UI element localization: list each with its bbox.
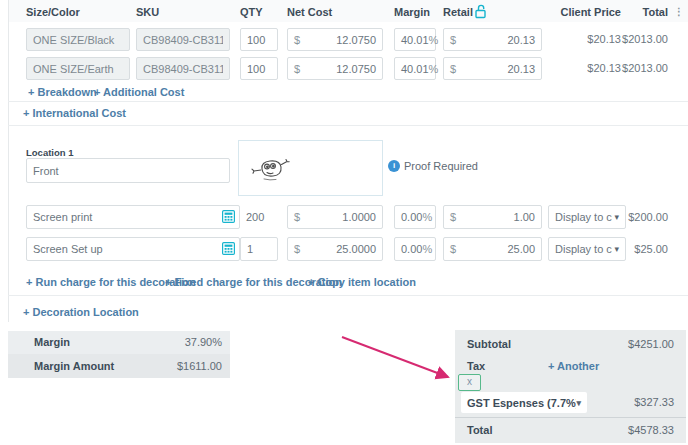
sku-input[interactable] [136,57,230,80]
add-another-tax-link[interactable]: + Another [548,360,599,372]
info-icon: i [388,160,400,172]
dollar-prefix: $ [450,63,456,75]
breakdown-link[interactable]: + Breakdown [28,86,97,98]
header-size-color: Size/Color [26,6,80,18]
sku-input[interactable] [136,28,230,51]
margin-input[interactable]: 40.01 % [394,57,436,80]
charge-qty-value: 200 [246,205,264,229]
percent-suffix: % [429,34,439,46]
header-net-cost: Net Cost [287,6,332,18]
margin-value: 40.01 [401,34,429,46]
charge-price-input[interactable]: $ 1.00 [443,205,542,229]
dollar-prefix: $ [450,243,456,255]
qty-input[interactable] [240,57,278,80]
charge-cost-input[interactable]: $ 1.0000 [287,205,383,229]
percent-suffix: % [429,63,439,75]
row-menu-icon[interactable]: ⋮ [674,6,684,17]
dollar-prefix: $ [294,63,300,75]
totals-panel: Subtotal $4251.00 Tax + Another x GST Es… [455,330,686,443]
select-value: GST Espenses (7.7%) [467,397,576,409]
charge-total-value: $25.00 [568,237,668,261]
artwork-doodle-image [247,153,293,187]
international-cost-link[interactable]: + International Cost [23,107,126,119]
charge-cost-input[interactable]: $ 25.0000 [287,237,383,261]
item-row: $ 12.0750 40.01 % $ 20.13 $20.13 $2013.0… [0,28,688,51]
charge-name-input[interactable] [26,205,240,229]
margin-input[interactable]: 40.01 % [394,28,436,51]
header-qty: QTY [240,6,263,18]
items-table-header: Size/Color SKU QTY Net Cost Margin Retai… [0,0,688,22]
divider [8,101,688,102]
dollar-prefix: $ [294,243,300,255]
subtotal-label: Subtotal [467,338,511,350]
order-item-editor: Size/Color SKU QTY Net Cost Margin Retai… [0,0,688,445]
calculator-icon[interactable] [222,210,235,223]
tax-amount-value: $327.33 [634,396,674,408]
charge-total-value: $200.00 [568,205,668,229]
chevron-down-icon: ▾ [576,398,581,408]
margin-amount-summary-row: Margin Amount $1611.00 [8,354,230,378]
charge-margin-value: 0.00 [401,243,422,255]
qty-input[interactable] [240,28,278,51]
percent-suffix: % [422,243,432,255]
charge-price-value: 25.00 [507,243,535,255]
proof-required-label[interactable]: Proof Required [404,160,478,172]
margin-value: 40.01 [401,63,429,75]
dollar-prefix: $ [294,34,300,46]
decoration-location-link[interactable]: + Decoration Location [23,306,139,318]
calculator-icon[interactable] [222,242,235,255]
tax-type-select[interactable]: GST Espenses (7.7%) ▾ [461,392,587,413]
header-retail: Retail [443,6,473,18]
row-total-value: $2013.00 [568,28,668,51]
divider [8,295,688,296]
margin-summary-row: Margin 37.90% [8,331,230,354]
total-value: $4578.33 [628,424,674,436]
margin-label: Margin [34,331,70,354]
location-label: Location 1 [26,147,74,158]
row-total-value: $2013.00 [568,57,668,80]
charge-margin-input[interactable]: 0.00 % [394,205,436,229]
percent-suffix: % [422,211,432,223]
subtotal-value: $4251.00 [628,338,674,350]
charge-cost-value: 25.0000 [336,243,376,255]
annotation-arrow [330,330,462,390]
divider [8,125,688,126]
decoration-charge-row: $ 25.0000 0.00 % $ 25.00 Display to clie… [0,237,688,261]
net-cost-input[interactable]: $ 12.0750 [287,28,383,51]
size-color-input[interactable] [26,28,130,51]
margin-amount-value: $1611.00 [177,354,222,378]
remove-tax-button[interactable]: x [458,374,481,391]
dollar-prefix: $ [450,211,456,223]
margin-amount-label: Margin Amount [34,354,114,378]
charge-cost-value: 1.0000 [342,211,376,223]
charge-price-value: 1.00 [514,211,535,223]
charge-margin-value: 0.00 [401,211,422,223]
margin-value: 37.90% [185,331,222,354]
dollar-prefix: $ [450,34,456,46]
retail-lock-icon[interactable] [474,4,487,21]
artwork-preview-box[interactable] [238,140,383,196]
net-cost-value: 12.0750 [336,34,376,46]
divider [455,417,686,418]
net-cost-input[interactable]: $ 12.0750 [287,57,383,80]
size-color-input[interactable] [26,57,130,80]
header-total: Total [600,6,668,18]
header-sku: SKU [136,6,159,18]
total-label: Total [467,424,492,436]
dollar-prefix: $ [294,211,300,223]
net-cost-value: 12.0750 [336,63,376,75]
charge-margin-input[interactable]: 0.00 % [394,237,436,261]
header-margin: Margin [394,6,430,18]
charge-name-input[interactable] [26,237,240,261]
copy-item-location-link[interactable]: + Copy item location [308,276,416,288]
decoration-charge-row: 200 $ 1.0000 0.00 % $ 1.00 Display to cl… [0,205,688,229]
additional-cost-link[interactable]: + Additional Cost [94,86,184,98]
location-name-input[interactable] [26,158,230,183]
charge-qty-input[interactable] [240,237,278,261]
tax-label: Tax [467,360,485,372]
charge-price-input[interactable]: $ 25.00 [443,237,542,261]
item-row: $ 12.0750 40.01 % $ 20.13 $20.13 $2013.0… [0,57,688,80]
